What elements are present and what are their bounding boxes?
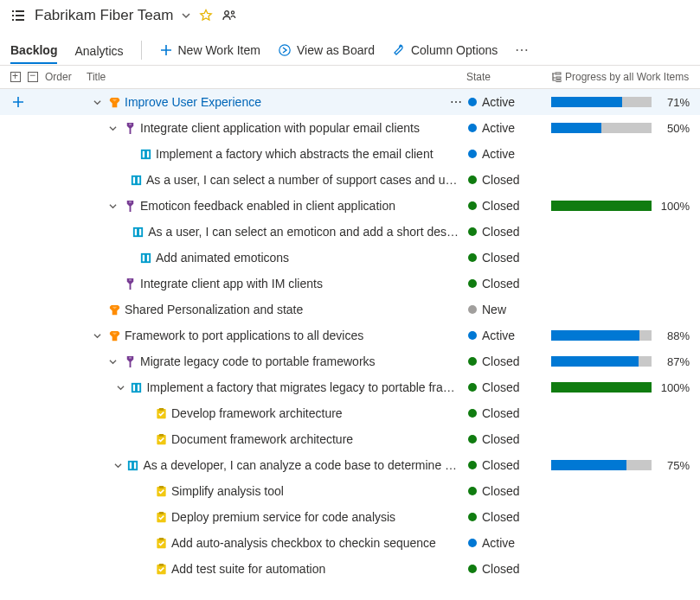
svg-rect-33 [158,485,164,488]
work-item-title[interactable]: Integrate client app with IM clients [140,277,323,290]
backlog-row[interactable]: Migrate legacy code to portable framewor… [0,348,700,374]
svg-point-2 [279,44,290,54]
backlog-row[interactable]: Improve User Experience⋯Active71% [0,89,700,115]
column-title[interactable]: Title [87,71,459,83]
backlog-row[interactable]: As a user, I can select an emoticon and … [0,219,700,245]
column-options-button[interactable]: Column Options [392,40,498,61]
expand-caret-icon[interactable] [93,99,104,106]
state-label: Active [482,329,515,342]
work-item-title[interactable]: Implement a factory that migrates legacy… [146,380,463,394]
backlog-row[interactable]: As a developer, I can analyze a code bas… [0,452,700,478]
state-label: Closed [482,354,520,368]
task-icon [154,562,168,576]
svg-rect-37 [158,537,164,539]
backlog-row[interactable]: Deploy premium service for code analysis… [0,504,700,530]
svg-point-1 [232,11,234,14]
work-item-title[interactable]: Deploy premium service for code analysis [171,510,395,524]
svg-rect-14 [133,227,143,236]
title-cell: Develop framework architecture [31,406,463,420]
expand-caret-icon[interactable] [114,462,124,469]
work-item-title[interactable]: Add animated emoticons [156,251,289,265]
svg-rect-30 [130,462,132,469]
state-dot-icon [468,409,477,418]
expand-all-icon[interactable] [10,72,21,82]
backlog-row[interactable]: Add test suite for automationClosed [0,556,700,582]
svg-rect-15 [135,228,137,235]
expand-caret-icon[interactable] [117,384,126,392]
progress-bar [551,123,652,133]
pbi-icon [126,458,139,472]
backlog-row[interactable]: Framework to port applications to all de… [0,322,700,348]
expand-caret-icon[interactable] [109,124,119,132]
svg-rect-8 [142,150,144,157]
state-label: Closed [482,173,520,187]
backlog-row[interactable]: Simplify analysis toolClosed [0,478,700,504]
work-item-title[interactable]: Framework to port applications to all de… [125,329,363,342]
backlog-row[interactable]: Implement a factory which abstracts the … [0,141,700,167]
tab-backlog[interactable]: Backlog [10,36,57,64]
state-dot-icon [468,331,477,340]
state-dot-icon [468,539,477,547]
team-dropdown-chevron-icon[interactable] [182,11,190,20]
team-members-icon[interactable] [222,9,237,22]
work-item-title[interactable]: As a user, I can select a number of supp… [146,173,463,187]
column-order[interactable]: Order [45,71,80,83]
backlog-row[interactable]: As a user, I can select a number of supp… [0,167,700,193]
progress-bar [551,97,652,107]
epic-icon [107,303,121,316]
progress-fill [551,201,652,211]
work-item-title[interactable]: Emoticon feedback enabled in client appl… [140,199,395,213]
work-item-title[interactable]: Migrate legacy code to portable framewor… [140,354,376,368]
work-item-title[interactable]: Integrate client application with popula… [140,121,420,135]
state-label: Closed [482,380,520,394]
tab-analytics[interactable]: Analytics [74,37,123,63]
view-as-board-button[interactable]: View as Board [278,40,375,61]
svg-rect-24 [138,384,139,391]
column-progress[interactable]: Progress by all Work Items [551,71,690,83]
work-item-title[interactable]: As a developer, I can analyze a code bas… [143,458,463,472]
work-item-title[interactable]: Document framework architecture [171,432,353,446]
row-actions-icon[interactable]: ⋯ [450,95,463,109]
work-item-title[interactable]: Shared Personalization and state [125,303,303,316]
title-cell: Integrate client application with popula… [31,121,463,135]
state-label: Closed [482,199,520,213]
favorite-star-icon[interactable] [199,9,213,22]
backlog-row[interactable]: Add animated emoticonsClosed [0,245,700,271]
backlog-row[interactable]: Document framework architectureClosed [0,426,700,452]
backlog-row[interactable]: Shared Personalization and stateNew [0,297,700,322]
expand-caret-icon[interactable] [109,358,119,366]
add-child-icon[interactable] [10,96,26,108]
expand-caret-icon[interactable] [93,332,104,340]
work-item-title[interactable]: Add auto-analysis checkbox to checkin se… [171,536,436,550]
backlog-row[interactable]: Integrate client app with IM clientsClos… [0,271,700,297]
state-cell: Active [468,95,546,109]
progress-bar [551,201,652,211]
state-cell: New [468,303,546,316]
progress-cell: 75% [551,459,690,472]
state-cell: Closed [468,225,546,239]
state-label: Closed [482,432,520,446]
new-work-item-button[interactable]: New Work Item [159,40,260,61]
work-item-title[interactable]: Implement a factory which abstracts the … [156,147,433,161]
column-state[interactable]: State [466,71,544,83]
svg-rect-3 [556,73,561,74]
work-item-title[interactable]: As a user, I can select an emoticon and … [148,225,463,239]
backlog-row[interactable]: Implement a factory that migrates legacy… [0,374,700,400]
feature-icon [123,199,137,213]
work-item-title[interactable]: Improve User Experience [125,95,261,109]
team-name[interactable]: Fabrikam Fiber Team [35,7,173,24]
work-item-title[interactable]: Add test suite for automation [171,562,325,576]
expand-caret-icon[interactable] [109,202,119,210]
backlog-row[interactable]: Develop framework architectureClosed [0,400,700,426]
backlog-row[interactable]: Add auto-analysis checkbox to checkin se… [0,530,700,556]
toolbar-more-icon[interactable]: ⋯ [515,41,530,58]
state-cell: Closed [468,173,546,187]
svg-rect-19 [146,254,148,261]
work-item-title[interactable]: Simplify analysis tool [171,484,284,498]
collapse-all-icon[interactable] [28,72,38,82]
backlog-row[interactable]: Integrate client application with popula… [0,115,700,141]
progress-cell: 100% [551,200,690,213]
work-item-title[interactable]: Develop framework architecture [171,406,343,420]
backlog-row[interactable]: Emoticon feedback enabled in client appl… [0,193,700,219]
svg-rect-18 [142,254,144,261]
